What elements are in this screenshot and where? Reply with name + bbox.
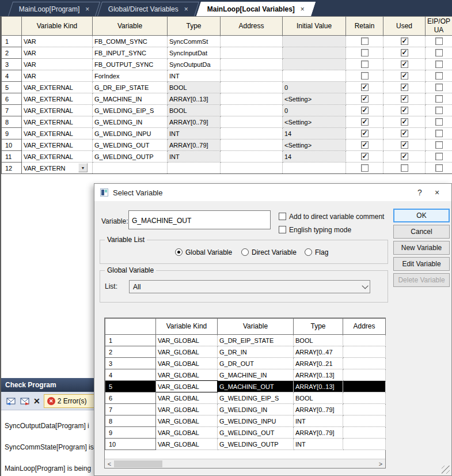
cell-variable[interactable]: G_MACHINE_OUT [218, 381, 294, 392]
cell-initial-value[interactable] [283, 36, 346, 47]
checkbox[interactable] [401, 107, 408, 114]
cell-variable-kind[interactable]: VAR_GLOBAL [156, 404, 218, 415]
cell-initial-value[interactable]: <Setting> [283, 93, 346, 105]
checkbox[interactable] [361, 164, 369, 172]
checkbox[interactable] [401, 164, 408, 172]
cell-type[interactable]: SyncCommSt [168, 36, 221, 47]
cell-type[interactable]: INT [168, 70, 221, 82]
cell-type[interactable]: INT [294, 439, 343, 450]
cell-type[interactable] [168, 163, 221, 174]
cell-type[interactable]: BOOL [168, 105, 221, 116]
tab-global-direct-variables[interactable]: Global/Direct Variables× [97, 2, 199, 16]
cell-variable-kind[interactable]: VAR [22, 47, 93, 59]
cell-address[interactable] [343, 427, 386, 439]
cell-type[interactable]: ARRAY[0..21 [294, 358, 343, 369]
cell-type[interactable]: INT [294, 415, 343, 427]
cell-variable[interactable]: G_MACHINE_IN [93, 93, 168, 105]
cell-variable-kind[interactable]: VAR_GLOBAL [156, 427, 218, 439]
english-typing-checkbox[interactable] [279, 226, 286, 233]
cell-initial-value[interactable]: <Setting> [283, 139, 346, 151]
row-number-cell[interactable]: 2 [105, 346, 156, 358]
checkbox[interactable] [435, 61, 443, 68]
cell-address[interactable] [343, 381, 386, 392]
cell-variable-kind[interactable]: VAR_EXTERNAL [22, 128, 93, 139]
checkbox[interactable] [401, 130, 408, 137]
cell-type[interactable]: ARRAY[0..79] [294, 427, 343, 439]
cell-variable[interactable]: G_WELDING_EIP_S [218, 392, 294, 404]
cell-type[interactable]: ARRAY[0..79] [168, 116, 221, 128]
cell-variable[interactable]: G_WELDING_OUTP [218, 439, 294, 450]
radio-global-variable[interactable] [175, 248, 183, 256]
cell-variable-kind[interactable]: VAR_EXTERNAL [22, 139, 93, 151]
cell-variable[interactable]: G_DR_EIP_STATE [93, 82, 168, 93]
cell-initial-value[interactable]: 0 [283, 82, 346, 93]
checkbox[interactable] [361, 107, 369, 114]
cell-variable[interactable]: FB_COMM_SYNC [93, 36, 168, 47]
cell-variable[interactable]: G_WELDING_OUT [93, 139, 168, 151]
row-number-cell[interactable]: 11 [2, 151, 22, 163]
checkbox[interactable] [435, 37, 443, 45]
cell-variable[interactable]: G_WELDING_INPU [218, 415, 294, 427]
cell-address[interactable] [343, 439, 386, 450]
resize-grip[interactable] [442, 466, 450, 474]
list-dropdown[interactable]: All [129, 280, 370, 293]
cell-variable[interactable]: FB_INPUT_SYNC [93, 47, 168, 59]
add-direct-comment-checkbox[interactable] [279, 213, 286, 220]
error-filter-button[interactable]: ✕ 2 Error(s) [44, 394, 94, 408]
cell-variable[interactable]: FB_OUTPUT_SYNC [93, 59, 168, 70]
cell-address[interactable] [343, 392, 386, 404]
checkbox[interactable] [435, 141, 443, 149]
tab-close-icon[interactable]: × [184, 5, 188, 13]
cell-variable[interactable]: G_WELDING_EIP_S [93, 105, 168, 116]
row-number-cell[interactable]: 3 [105, 358, 156, 369]
scroll-right-arrow[interactable]: > [376, 459, 385, 469]
cell-initial-value[interactable]: 14 [283, 128, 346, 139]
checkbox[interactable] [401, 141, 408, 149]
cell-address[interactable] [221, 151, 283, 163]
cell-variable-kind[interactable]: VAR_EXTERNAL [22, 93, 93, 105]
row-number-cell[interactable]: 7 [2, 105, 22, 116]
cell-variable[interactable]: G_DR_EIP_STATE [218, 335, 294, 346]
cell-variable-kind[interactable]: VAR_GLOBAL [156, 335, 218, 346]
checkbox[interactable] [361, 153, 369, 160]
cell-address[interactable] [221, 139, 283, 151]
row-number-cell[interactable]: 4 [105, 369, 156, 381]
row-number-cell[interactable]: 2 [2, 47, 22, 59]
radio-direct-variable[interactable] [241, 248, 249, 256]
checkbox[interactable] [401, 118, 408, 126]
cell-type[interactable]: ARRAY[0..47 [294, 346, 343, 358]
checkbox[interactable] [401, 84, 408, 91]
cell-variable-kind[interactable]: VAR_GLOBAL [156, 346, 218, 358]
checkbox[interactable] [435, 49, 443, 56]
cell-address[interactable] [221, 36, 283, 47]
cell-variable-kind[interactable]: VAR_GLOBAL [156, 381, 218, 392]
row-number-cell[interactable]: 10 [2, 139, 22, 151]
edit-variable-button[interactable]: Edit Variable [393, 257, 450, 271]
checkbox[interactable] [361, 130, 369, 137]
cell-variable-kind[interactable]: VAR [22, 36, 93, 47]
row-number-cell[interactable]: 3 [2, 59, 22, 70]
cell-variable[interactable]: G_WELDING_INPU [93, 128, 168, 139]
checkbox[interactable] [401, 37, 408, 45]
cell-variable-kind[interactable]: VAR_GLOBAL [156, 358, 218, 369]
cell-initial-value[interactable]: <Setting> [283, 116, 346, 128]
row-number-cell[interactable]: 5 [2, 82, 22, 93]
cell-initial-value[interactable]: 14 [283, 151, 346, 163]
dialog-help-button[interactable]: ? [411, 188, 428, 197]
cell-type[interactable]: ARRAY[0..13] [294, 381, 343, 392]
cell-variable-kind[interactable]: VAR_GLOBAL [156, 392, 218, 404]
radio-flag[interactable] [305, 248, 312, 256]
cell-variable[interactable]: G_WELDING_OUTP [93, 151, 168, 163]
cell-type[interactable]: INT [168, 128, 221, 139]
cell-address[interactable] [221, 128, 283, 139]
row-number-cell[interactable]: 12 [2, 163, 22, 174]
checkbox[interactable] [435, 153, 443, 160]
checkbox[interactable] [401, 61, 408, 68]
checkbox[interactable] [435, 84, 443, 91]
cell-address[interactable] [221, 59, 283, 70]
next-message-button[interactable] [20, 395, 30, 407]
tab-close-icon[interactable]: × [85, 5, 89, 13]
cancel-button[interactable]: Cancel [393, 225, 450, 239]
row-number-cell[interactable]: 6 [105, 392, 156, 404]
cell-variable[interactable]: G_WELDING_IN [218, 404, 294, 415]
